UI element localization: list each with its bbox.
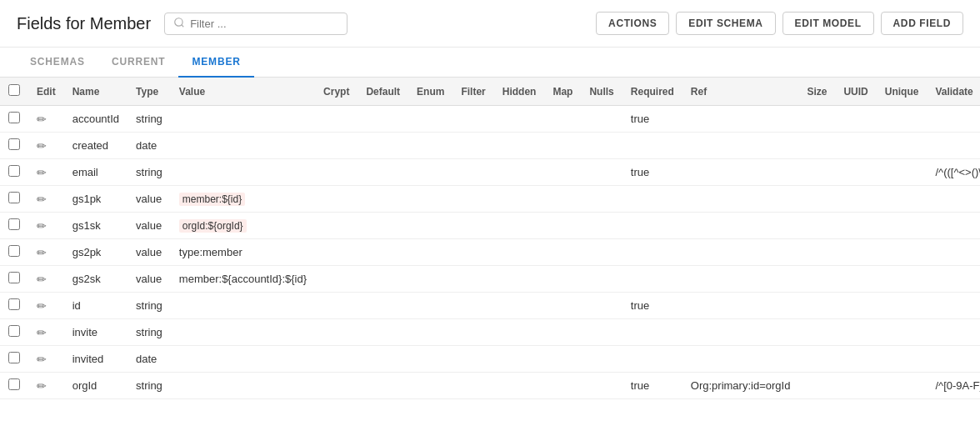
tabs-bar: SCHEMAS CURRENT MEMBER bbox=[0, 48, 980, 78]
row-type-cell: value bbox=[128, 186, 171, 213]
row-required-cell bbox=[622, 186, 682, 213]
row-nulls-cell bbox=[581, 266, 622, 293]
row-nulls-cell bbox=[581, 293, 622, 319]
table-row: ✏ invite string bbox=[0, 319, 980, 346]
table-row: ✏ gs2pk value type:member bbox=[0, 239, 980, 266]
edit-icon[interactable]: ✏ bbox=[37, 166, 47, 179]
table-row: ✏ accountId string true bbox=[0, 106, 980, 133]
row-name-cell: gs2pk bbox=[64, 239, 128, 266]
row-required-cell bbox=[622, 213, 682, 239]
row-map-cell bbox=[544, 239, 581, 266]
row-crypt-cell bbox=[315, 159, 358, 186]
row-checkbox[interactable] bbox=[8, 112, 20, 123]
edit-icon[interactable]: ✏ bbox=[37, 379, 47, 393]
row-checkbox[interactable] bbox=[8, 138, 20, 150]
row-ref-cell bbox=[682, 346, 799, 373]
row-name-cell: gs2sk bbox=[64, 266, 128, 293]
row-type-cell: string bbox=[128, 319, 171, 346]
col-hidden: Hidden bbox=[494, 78, 545, 106]
row-checkbox[interactable] bbox=[8, 272, 20, 283]
edit-icon[interactable]: ✏ bbox=[37, 193, 47, 206]
edit-icon[interactable]: ✏ bbox=[37, 273, 47, 286]
row-required-cell bbox=[622, 319, 682, 346]
row-name-cell: invited bbox=[64, 346, 128, 373]
col-name: Name bbox=[64, 78, 128, 106]
row-enum-cell bbox=[408, 346, 452, 373]
row-validate-cell bbox=[927, 106, 980, 133]
row-value-cell bbox=[171, 106, 315, 133]
row-ref-cell bbox=[682, 186, 799, 213]
row-default-cell bbox=[358, 106, 408, 133]
actions-button[interactable]: ACTIONS bbox=[596, 12, 669, 35]
row-checkbox[interactable] bbox=[8, 218, 20, 230]
row-validate-cell bbox=[927, 266, 980, 293]
row-type-cell: value bbox=[128, 266, 171, 293]
row-nulls-cell bbox=[581, 213, 622, 239]
edit-icon[interactable]: ✏ bbox=[37, 219, 47, 233]
edit-icon[interactable]: ✏ bbox=[37, 353, 47, 366]
row-default-cell bbox=[358, 293, 408, 319]
row-checkbox[interactable] bbox=[8, 298, 20, 310]
row-checkbox[interactable] bbox=[8, 192, 20, 203]
table-row: ✏ invited date bbox=[0, 346, 980, 373]
tab-current[interactable]: CURRENT bbox=[98, 48, 179, 78]
row-checkbox[interactable] bbox=[8, 325, 20, 337]
row-crypt-cell bbox=[315, 133, 358, 159]
row-size-cell bbox=[798, 133, 835, 159]
row-size-cell bbox=[798, 239, 835, 266]
filter-input[interactable] bbox=[190, 18, 338, 30]
table-row: ✏ gs2sk value member:${accountId}:${id} bbox=[0, 266, 980, 293]
row-unique-cell bbox=[877, 293, 928, 319]
row-map-cell bbox=[544, 133, 581, 159]
row-default-cell bbox=[358, 213, 408, 239]
col-unique: Unique bbox=[877, 78, 928, 106]
add-field-button[interactable]: ADD FIELD bbox=[881, 12, 963, 35]
row-value-cell: type:member bbox=[171, 239, 315, 266]
row-checkbox[interactable] bbox=[8, 165, 20, 177]
row-validate-cell bbox=[927, 213, 980, 239]
tab-member[interactable]: MEMBER bbox=[178, 48, 253, 78]
row-edit-cell: ✏ bbox=[28, 186, 64, 213]
row-map-cell bbox=[544, 186, 581, 213]
row-edit-cell: ✏ bbox=[28, 239, 64, 266]
row-hidden-cell bbox=[494, 373, 545, 399]
row-nulls-cell bbox=[581, 159, 622, 186]
row-crypt-cell bbox=[315, 346, 358, 373]
row-map-cell bbox=[544, 213, 581, 239]
page-header: Fields for Member ACTIONS EDIT SCHEMA ED… bbox=[0, 0, 980, 48]
row-crypt-cell bbox=[315, 373, 358, 399]
edit-icon[interactable]: ✏ bbox=[37, 113, 47, 126]
row-hidden-cell bbox=[494, 266, 545, 293]
edit-icon[interactable]: ✏ bbox=[37, 139, 47, 153]
row-ref-cell: Org:primary:id=orgId bbox=[682, 373, 799, 399]
edit-model-button[interactable]: EDIT MODEL bbox=[782, 12, 874, 35]
edit-icon[interactable]: ✏ bbox=[37, 246, 47, 259]
row-ref-cell bbox=[682, 133, 799, 159]
edit-icon[interactable]: ✏ bbox=[37, 326, 47, 339]
edit-icon[interactable]: ✏ bbox=[37, 299, 47, 313]
row-checkbox-cell bbox=[0, 373, 28, 399]
row-checkbox-cell bbox=[0, 159, 28, 186]
row-checkbox[interactable] bbox=[8, 245, 20, 257]
row-map-cell bbox=[544, 293, 581, 319]
row-default-cell bbox=[358, 373, 408, 399]
tab-schemas[interactable]: SCHEMAS bbox=[17, 48, 98, 78]
select-all-checkbox[interactable] bbox=[8, 84, 20, 96]
col-default: Default bbox=[358, 78, 408, 106]
row-checkbox[interactable] bbox=[8, 378, 20, 390]
row-crypt-cell bbox=[315, 186, 358, 213]
table-row: ✏ email string true /^(([^<>()\[\\.,;:\s… bbox=[0, 159, 980, 186]
row-unique-cell bbox=[877, 346, 928, 373]
row-checkbox[interactable] bbox=[8, 352, 20, 363]
row-validate-cell bbox=[927, 293, 980, 319]
edit-schema-button[interactable]: EDIT SCHEMA bbox=[676, 12, 775, 35]
row-name-cell: id bbox=[64, 293, 128, 319]
col-map: Map bbox=[544, 78, 581, 106]
row-crypt-cell bbox=[315, 293, 358, 319]
row-value-cell: member:${accountId}:${id} bbox=[171, 266, 315, 293]
row-validate-cell bbox=[927, 346, 980, 373]
row-enum-cell bbox=[408, 213, 452, 239]
row-filter-cell bbox=[452, 133, 493, 159]
header-buttons: ACTIONS EDIT SCHEMA EDIT MODEL ADD FIELD bbox=[596, 12, 963, 35]
row-size-cell bbox=[798, 293, 835, 319]
